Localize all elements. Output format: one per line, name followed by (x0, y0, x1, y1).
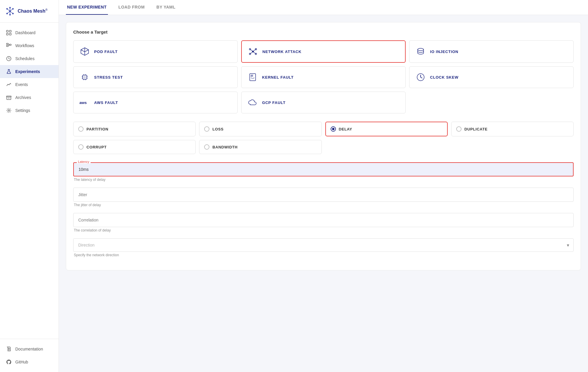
sidebar-item-label: Experiments (15, 69, 40, 74)
tab-by-yaml[interactable]: BY YAML (155, 0, 177, 15)
option-partition-label: PARTITION (86, 127, 109, 131)
correlation-field-group: The correlation of delay (73, 213, 574, 232)
sidebar-item-label: Dashboard (15, 30, 36, 35)
radio-loss (204, 126, 209, 132)
target-stress-test[interactable]: STRESS TEST (73, 66, 238, 88)
svg-rect-13 (6, 30, 8, 32)
section-title: Choose a Target (73, 29, 574, 34)
sidebar-item-label: Events (15, 82, 28, 87)
sidebar-item-schedules[interactable]: Schedules (0, 52, 59, 65)
workflows-icon (6, 43, 12, 49)
sidebar-item-archives[interactable]: Archives (0, 91, 59, 104)
correlation-input[interactable] (78, 218, 569, 222)
target-gcp-fault[interactable]: GCP FAULT (241, 92, 406, 113)
direction-select-wrapper: Direction to from both ▾ (73, 238, 574, 252)
svg-line-10 (10, 11, 13, 14)
option-duplicate[interactable]: DUPLICATE (451, 122, 574, 136)
gear-icon (6, 108, 12, 113)
sidebar-item-label: Settings (15, 108, 30, 113)
target-kernel-fault[interactable]: KERNEL FAULT (241, 66, 406, 88)
svg-line-57 (421, 77, 422, 78)
latency-input[interactable] (74, 163, 573, 176)
target-aws-fault-label: AWS FAULT (94, 100, 118, 105)
experiment-card: Choose a Target POD FAULT (66, 22, 581, 270)
svg-point-40 (418, 48, 424, 51)
content-area: Choose a Target POD FAULT (59, 15, 588, 372)
sidebar-item-label: Documentation (15, 347, 43, 351)
radio-delay (331, 126, 336, 132)
target-network-attack[interactable]: NETWORK ATTACK (241, 40, 406, 63)
direction-field-group: Direction to from both ▾ Specify the net… (73, 238, 574, 257)
target-clock-skew-label: CLOCK SKEW (430, 75, 459, 80)
logo-text: Chaos Mesh® (18, 8, 48, 14)
clock-icon (6, 56, 12, 62)
jitter-input[interactable] (78, 192, 569, 197)
tab-new-experiment[interactable]: NEW EXPERIMENT (66, 0, 108, 15)
svg-line-38 (250, 52, 253, 54)
svg-point-52 (251, 75, 252, 77)
svg-rect-26 (6, 96, 11, 97)
svg-rect-50 (84, 76, 86, 78)
svg-line-8 (10, 9, 13, 11)
logo-icon (5, 6, 15, 16)
target-stress-test-label: STRESS TEST (94, 75, 123, 80)
sidebar-bottom: Documentation GitHub (0, 339, 59, 372)
sidebar-item-label: GitHub (15, 360, 28, 364)
svg-rect-14 (9, 30, 11, 32)
sidebar-item-dashboard[interactable]: Dashboard (0, 26, 59, 39)
option-bandwidth-label: BANDWIDTH (212, 145, 238, 149)
target-io-injection[interactable]: IO INJECTION (409, 40, 574, 63)
target-kernel-fault-label: KERNEL FAULT (262, 75, 294, 80)
sidebar-item-events[interactable]: Events (0, 78, 59, 91)
jitter-hint: The jitter of delay (73, 203, 574, 207)
option-loss-label: LOSS (212, 127, 224, 131)
svg-text:aws: aws (79, 100, 87, 105)
sidebar-item-label: Schedules (15, 56, 34, 61)
option-bandwidth[interactable]: BANDWIDTH (199, 140, 322, 154)
svg-line-37 (253, 49, 256, 52)
target-aws-fault[interactable]: aws AWS FAULT (73, 92, 238, 113)
sub-options: PARTITION LOSS DELAY DUPLICATE (73, 122, 574, 154)
logo: Chaos Mesh® (0, 0, 59, 23)
option-corrupt[interactable]: CORRUPT (73, 140, 196, 154)
target-pod-fault-label: POD FAULT (94, 49, 118, 54)
svg-line-24 (9, 59, 10, 59)
sidebar-item-label: Workflows (15, 43, 34, 48)
target-grid: POD FAULT (73, 40, 574, 113)
tab-load-from[interactable]: LOAD FROM (117, 0, 146, 15)
svg-line-36 (250, 49, 253, 52)
option-loss[interactable]: LOSS (199, 122, 322, 136)
option-delay[interactable]: DELAY (325, 122, 448, 136)
linux-icon (247, 72, 258, 82)
top-tabs: NEW EXPERIMENT LOAD FROM BY YAML (59, 0, 588, 15)
github-icon (6, 359, 12, 365)
radio-corrupt (78, 144, 84, 150)
option-partition[interactable]: PARTITION (73, 122, 196, 136)
sidebar-item-documentation[interactable]: Documentation (0, 343, 59, 356)
target-clock-skew[interactable]: CLOCK SKEW (409, 66, 574, 88)
correlation-field-wrapper (73, 213, 574, 227)
svg-line-9 (7, 11, 10, 14)
correlation-hint: The correlation of delay (73, 228, 574, 232)
target-gcp-fault-label: GCP FAULT (262, 100, 286, 105)
svg-line-39 (253, 52, 256, 54)
direction-select[interactable]: Direction to from both (74, 239, 573, 252)
target-io-injection-label: IO INJECTION (430, 49, 458, 54)
svg-line-7 (7, 9, 10, 11)
sidebar-item-workflows[interactable]: Workflows (0, 39, 59, 52)
svg-rect-18 (6, 45, 8, 47)
cube-icon (79, 46, 90, 57)
latency-hint: The latency of delay (73, 178, 574, 182)
chip-icon (79, 72, 90, 82)
sidebar-item-experiments[interactable]: Experiments (0, 65, 59, 78)
database-icon (415, 46, 426, 57)
option-duplicate-label: DUPLICATE (464, 127, 488, 131)
svg-rect-17 (6, 43, 8, 44)
book-icon (6, 346, 12, 352)
sidebar-item-label: Archives (15, 95, 31, 100)
sidebar-item-github[interactable]: GitHub (0, 356, 59, 368)
radio-duplicate (456, 126, 462, 132)
target-pod-fault[interactable]: POD FAULT (73, 40, 238, 63)
sidebar-item-settings[interactable]: Settings (0, 104, 59, 117)
svg-rect-16 (9, 33, 11, 35)
